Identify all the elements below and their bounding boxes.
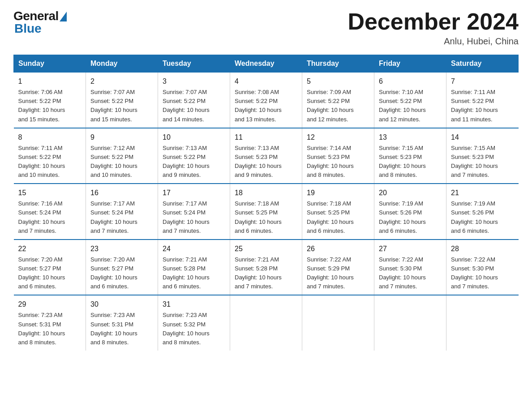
calendar-week-row: 15Sunrise: 7:16 AMSunset: 5:24 PMDayligh… — [14, 184, 519, 240]
weekday-header-friday: Friday — [374, 55, 446, 73]
calendar-cell: 10Sunrise: 7:13 AMSunset: 5:22 PMDayligh… — [158, 128, 230, 184]
day-info: Sunrise: 7:23 AMSunset: 5:32 PMDaylight:… — [163, 311, 225, 347]
day-info: Sunrise: 7:23 AMSunset: 5:31 PMDaylight:… — [18, 311, 82, 347]
calendar-table: SundayMondayTuesdayWednesdayThursdayFrid… — [13, 55, 519, 351]
calendar-body: 1Sunrise: 7:06 AMSunset: 5:22 PMDaylight… — [14, 73, 519, 351]
calendar-header: SundayMondayTuesdayWednesdayThursdayFrid… — [14, 55, 519, 73]
day-number: 12 — [307, 132, 369, 143]
weekday-header-saturday: Saturday — [446, 55, 519, 73]
day-number: 15 — [18, 188, 82, 198]
calendar-week-row: 29Sunrise: 7:23 AMSunset: 5:31 PMDayligh… — [14, 295, 519, 351]
day-number: 2 — [90, 76, 153, 87]
day-number: 1 — [18, 76, 82, 87]
day-info: Sunrise: 7:16 AMSunset: 5:24 PMDaylight:… — [18, 199, 82, 235]
day-info: Sunrise: 7:09 AMSunset: 5:22 PMDaylight:… — [307, 88, 369, 124]
day-info: Sunrise: 7:15 AMSunset: 5:23 PMDaylight:… — [379, 144, 442, 180]
calendar-cell — [374, 295, 446, 351]
day-info: Sunrise: 7:12 AMSunset: 5:22 PMDaylight:… — [90, 144, 153, 180]
day-number: 10 — [163, 132, 225, 143]
weekday-header-tuesday: Tuesday — [158, 55, 230, 73]
weekday-header-row: SundayMondayTuesdayWednesdayThursdayFrid… — [14, 55, 519, 73]
calendar-cell: 27Sunrise: 7:22 AMSunset: 5:30 PMDayligh… — [374, 240, 446, 295]
calendar-cell: 9Sunrise: 7:12 AMSunset: 5:22 PMDaylight… — [86, 128, 158, 184]
calendar-cell: 24Sunrise: 7:21 AMSunset: 5:28 PMDayligh… — [158, 240, 230, 295]
calendar-cell — [230, 295, 302, 351]
calendar-cell: 23Sunrise: 7:20 AMSunset: 5:27 PMDayligh… — [86, 240, 158, 295]
calendar-cell — [446, 295, 519, 351]
day-info: Sunrise: 7:11 AMSunset: 5:22 PMDaylight:… — [18, 144, 82, 180]
calendar-cell: 17Sunrise: 7:17 AMSunset: 5:24 PMDayligh… — [158, 184, 230, 240]
weekday-header-thursday: Thursday — [302, 55, 374, 73]
day-number: 14 — [451, 132, 514, 143]
logo-blue-text: Blue — [14, 21, 42, 36]
day-number: 20 — [379, 188, 442, 198]
weekday-header-wednesday: Wednesday — [230, 55, 302, 73]
day-info: Sunrise: 7:07 AMSunset: 5:22 PMDaylight:… — [90, 88, 153, 124]
calendar-week-row: 22Sunrise: 7:20 AMSunset: 5:27 PMDayligh… — [14, 240, 519, 295]
calendar-cell: 29Sunrise: 7:23 AMSunset: 5:31 PMDayligh… — [14, 295, 86, 351]
calendar-cell: 5Sunrise: 7:09 AMSunset: 5:22 PMDaylight… — [302, 73, 374, 128]
day-number: 11 — [235, 132, 297, 143]
day-info: Sunrise: 7:15 AMSunset: 5:23 PMDaylight:… — [451, 144, 514, 180]
day-info: Sunrise: 7:22 AMSunset: 5:30 PMDaylight:… — [379, 255, 442, 291]
day-number: 4 — [235, 76, 297, 87]
day-info: Sunrise: 7:10 AMSunset: 5:22 PMDaylight:… — [379, 88, 442, 124]
calendar-cell: 14Sunrise: 7:15 AMSunset: 5:23 PMDayligh… — [446, 128, 519, 184]
day-info: Sunrise: 7:18 AMSunset: 5:25 PMDaylight:… — [307, 199, 369, 235]
day-info: Sunrise: 7:22 AMSunset: 5:29 PMDaylight:… — [307, 255, 369, 291]
calendar-cell: 11Sunrise: 7:13 AMSunset: 5:23 PMDayligh… — [230, 128, 302, 184]
day-info: Sunrise: 7:21 AMSunset: 5:28 PMDaylight:… — [235, 255, 297, 291]
calendar-cell: 13Sunrise: 7:15 AMSunset: 5:23 PMDayligh… — [374, 128, 446, 184]
day-info: Sunrise: 7:17 AMSunset: 5:24 PMDaylight:… — [163, 199, 225, 235]
calendar-cell: 19Sunrise: 7:18 AMSunset: 5:25 PMDayligh… — [302, 184, 374, 240]
day-number: 8 — [18, 132, 82, 143]
day-number: 27 — [379, 244, 442, 254]
day-number: 5 — [307, 76, 369, 87]
day-number: 31 — [163, 299, 225, 310]
calendar-cell: 3Sunrise: 7:07 AMSunset: 5:22 PMDaylight… — [158, 73, 230, 128]
day-number: 26 — [307, 244, 369, 254]
calendar-cell: 1Sunrise: 7:06 AMSunset: 5:22 PMDaylight… — [14, 73, 86, 128]
day-info: Sunrise: 7:19 AMSunset: 5:26 PMDaylight:… — [379, 199, 442, 235]
day-info: Sunrise: 7:13 AMSunset: 5:22 PMDaylight:… — [163, 144, 225, 180]
day-number: 21 — [451, 188, 514, 198]
calendar-cell: 21Sunrise: 7:19 AMSunset: 5:26 PMDayligh… — [446, 184, 519, 240]
calendar-cell: 15Sunrise: 7:16 AMSunset: 5:24 PMDayligh… — [14, 184, 86, 240]
page-header: General Blue December 2024 Anlu, Hubei, … — [13, 9, 519, 47]
day-number: 17 — [163, 188, 225, 198]
day-info: Sunrise: 7:14 AMSunset: 5:23 PMDaylight:… — [307, 144, 369, 180]
day-number: 23 — [90, 244, 153, 254]
day-info: Sunrise: 7:23 AMSunset: 5:31 PMDaylight:… — [90, 311, 153, 347]
day-info: Sunrise: 7:22 AMSunset: 5:30 PMDaylight:… — [451, 255, 514, 291]
month-title: December 2024 — [348, 9, 519, 34]
day-info: Sunrise: 7:08 AMSunset: 5:22 PMDaylight:… — [235, 88, 297, 124]
day-number: 18 — [235, 188, 297, 198]
day-number: 25 — [235, 244, 297, 254]
day-info: Sunrise: 7:17 AMSunset: 5:24 PMDaylight:… — [90, 199, 153, 235]
title-block: December 2024 Anlu, Hubei, China — [348, 9, 519, 47]
calendar-cell: 18Sunrise: 7:18 AMSunset: 5:25 PMDayligh… — [230, 184, 302, 240]
day-number: 13 — [379, 132, 442, 143]
calendar-cell: 25Sunrise: 7:21 AMSunset: 5:28 PMDayligh… — [230, 240, 302, 295]
calendar-cell: 28Sunrise: 7:22 AMSunset: 5:30 PMDayligh… — [446, 240, 519, 295]
day-info: Sunrise: 7:20 AMSunset: 5:27 PMDaylight:… — [90, 255, 153, 291]
day-number: 30 — [90, 299, 153, 310]
calendar-week-row: 1Sunrise: 7:06 AMSunset: 5:22 PMDaylight… — [14, 73, 519, 128]
day-number: 22 — [18, 244, 82, 254]
logo: General Blue — [13, 9, 67, 36]
day-number: 28 — [451, 244, 514, 254]
calendar-cell: 30Sunrise: 7:23 AMSunset: 5:31 PMDayligh… — [86, 295, 158, 351]
day-number: 24 — [163, 244, 225, 254]
calendar-cell: 12Sunrise: 7:14 AMSunset: 5:23 PMDayligh… — [302, 128, 374, 184]
day-info: Sunrise: 7:20 AMSunset: 5:27 PMDaylight:… — [18, 255, 82, 291]
day-number: 6 — [379, 76, 442, 87]
calendar-cell: 20Sunrise: 7:19 AMSunset: 5:26 PMDayligh… — [374, 184, 446, 240]
weekday-header-sunday: Sunday — [14, 55, 86, 73]
calendar-cell: 4Sunrise: 7:08 AMSunset: 5:22 PMDaylight… — [230, 73, 302, 128]
day-number: 16 — [90, 188, 153, 198]
weekday-header-monday: Monday — [86, 55, 158, 73]
calendar-cell: 8Sunrise: 7:11 AMSunset: 5:22 PMDaylight… — [14, 128, 86, 184]
day-info: Sunrise: 7:21 AMSunset: 5:28 PMDaylight:… — [163, 255, 225, 291]
day-info: Sunrise: 7:18 AMSunset: 5:25 PMDaylight:… — [235, 199, 297, 235]
calendar-cell: 16Sunrise: 7:17 AMSunset: 5:24 PMDayligh… — [86, 184, 158, 240]
